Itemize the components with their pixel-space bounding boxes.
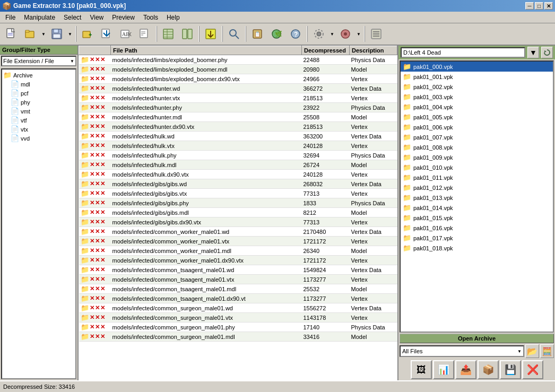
menu-manipulate[interactable]: Manipulate <box>20 13 59 22</box>
table-row[interactable]: 📁 ✕ ✕ ✕ models/infected/common_surgeon_m… <box>79 323 397 332</box>
table-row[interactable]: 📁 ✕ ✕ ✕ models/infected/hulk.phy32694Phy… <box>79 151 397 160</box>
vpk-list-item[interactable]: 📁pak01_015.vpk <box>401 213 553 223</box>
vpk-list-item[interactable]: 📁pak01_002.vpk <box>401 82 553 92</box>
vpk-list[interactable]: 📁pak01_000.vpk📁pak01_001.vpk📁pak01_002.v… <box>400 60 554 333</box>
table-row[interactable]: 📁 ✕ ✕ ✕ models/infected/common_worker_ma… <box>79 246 397 256</box>
table-row[interactable]: 📁 ✕ ✕ ✕ models/infected/gibs/gibs.vtx773… <box>79 189 397 198</box>
col-description[interactable]: Description <box>350 46 397 55</box>
open-archive-button[interactable]: Open Archive <box>400 334 554 343</box>
help-btn[interactable]: ? <box>287 25 305 43</box>
gear-button[interactable] <box>310 25 328 43</box>
rename-button[interactable]: ABC <box>117 25 135 43</box>
vpk-list-item[interactable]: 📁pak01_004.vpk <box>401 102 553 112</box>
vpk-list-item[interactable]: 📁pak01_013.vpk <box>401 193 553 203</box>
tree-item-pcf[interactable]: 📄 pcf <box>11 89 74 98</box>
file-filter-open-btn[interactable]: 📂 <box>525 344 539 358</box>
table-row[interactable]: 📁 ✕ ✕ ✕ models/infected/hunter.vtx218513… <box>79 93 397 103</box>
save-button[interactable] <box>48 25 66 43</box>
menu-view[interactable]: View <box>85 13 108 22</box>
table-row[interactable]: 📁 ✕ ✕ ✕ models/infected/gibs/gibs.dx90.v… <box>79 217 397 227</box>
vpk-list-item[interactable]: 📁pak01_001.vpk <box>401 72 553 82</box>
col-filepath[interactable]: File Path <box>111 46 302 55</box>
table-row[interactable]: 📁 ✕ ✕ ✕ models/infected/hunter.mdl25508M… <box>79 112 397 122</box>
col-icons[interactable] <box>79 46 111 55</box>
table-row[interactable]: 📁 ✕ ✕ ✕ models/infected/common_tsaagent_… <box>79 294 397 303</box>
file-props-button[interactable]: 🌿 <box>267 25 285 43</box>
bottom-save-btn[interactable]: 💾 <box>500 360 521 379</box>
tree-item-vvd[interactable]: 📄 vvd <box>11 134 74 143</box>
table-row[interactable]: 📁 ✕ ✕ ✕ models/infected/common_surgeon_m… <box>79 313 397 323</box>
bottom-preview-btn[interactable]: 🖼 <box>411 360 432 379</box>
search-button[interactable] <box>225 25 243 43</box>
split-view-button[interactable] <box>178 25 196 43</box>
vpk-list-item[interactable]: 📁pak01_005.vpk <box>401 112 553 122</box>
table-row[interactable]: 📁 ✕ ✕ ✕ models/infected/common_tsaagent_… <box>79 265 397 275</box>
close-window-button[interactable]: ✕ <box>544 2 553 10</box>
table-row[interactable]: 📁 ✕ ✕ ✕ models/infected/hunter.dx90.vtx2… <box>79 122 397 132</box>
vpk-list-item[interactable]: 📁pak01_014.vpk <box>401 203 553 213</box>
table-row[interactable]: 📁 ✕ ✕ ✕ models/infected/limbs/exploded_b… <box>79 65 397 74</box>
file-filter-dropdown[interactable]: All Files ▼ <box>400 345 524 357</box>
file-filter-calc-btn[interactable]: 🧮 <box>540 344 554 358</box>
add-files-button[interactable]: + <box>79 25 97 43</box>
bottom-extract-all-btn[interactable]: 📦 <box>478 360 499 379</box>
bottom-extract-sel-btn[interactable]: 📤 <box>455 360 476 379</box>
table-row[interactable]: 📁 ✕ ✕ ✕ models/infected/common_tsaagent_… <box>79 284 397 294</box>
table-row[interactable]: 📁 ✕ ✕ ✕ models/infected/gibs/gibs.wd2680… <box>79 179 397 189</box>
vpk-list-item[interactable]: 📁pak01_008.vpk <box>401 142 553 152</box>
table-row[interactable]: 📁 ✕ ✕ ✕ models/infected/hunter.phy23922P… <box>79 103 397 112</box>
archive-props-button[interactable]: 📋 <box>248 25 266 43</box>
table-row[interactable]: 📁 ✕ ✕ ✕ models/infected/common_tsaagent_… <box>79 275 397 284</box>
plugins-dropdown[interactable]: ▼ <box>355 25 362 43</box>
restore-button[interactable]: □ <box>535 2 543 10</box>
minimize-button[interactable]: ─ <box>525 2 534 10</box>
tree-item-vtf[interactable]: 📄 vtf <box>11 116 74 125</box>
vpk-list-item[interactable]: 📁pak01_010.vpk <box>401 162 553 172</box>
table-row[interactable]: 📁 ✕ ✕ ✕ models/infected/gibs/gibs.phy183… <box>79 198 397 208</box>
table-row[interactable]: 📁 ✕ ✕ ✕ models/infected/hulk.dx90.vtx240… <box>79 170 397 179</box>
table-row[interactable]: 📁 ✕ ✕ ✕ models/infected/limbs/exploded_b… <box>79 74 397 84</box>
table-row[interactable]: 📁 ✕ ✕ ✕ models/infected/common_worker_ma… <box>79 256 397 265</box>
new-button[interactable] <box>2 25 20 43</box>
table-row[interactable]: 📁 ✕ ✕ ✕ models/infected/hulk.wd363200Ver… <box>79 132 397 141</box>
vpk-list-item[interactable]: 📁pak01_012.vpk <box>401 182 553 193</box>
menu-help[interactable]: Help <box>162 13 184 22</box>
plugins-button[interactable] <box>336 25 354 43</box>
tree-item-phy[interactable]: 📄 phy <box>11 98 74 107</box>
table-row[interactable]: 📁 ✕ ✕ ✕ models/infected/common_surgeon_m… <box>79 303 397 313</box>
open-button[interactable] <box>21 25 39 43</box>
table-row[interactable]: 📁 ✕ ✕ ✕ models/infected/gibs/gibs.mdl821… <box>79 208 397 217</box>
save-dropdown[interactable]: ▼ <box>67 25 73 43</box>
col-decompressed[interactable]: Decompressed <box>302 46 350 55</box>
dir-refresh-btn[interactable] <box>541 47 553 58</box>
vpk-list-item[interactable]: 📁pak01_011.vpk <box>401 172 553 182</box>
vpk-list-item[interactable]: 📁pak01_000.vpk <box>401 62 553 72</box>
vpk-list-item[interactable]: 📁pak01_017.vpk <box>401 233 553 243</box>
vpk-list-item[interactable]: 📁pak01_016.vpk <box>401 223 553 233</box>
vpk-list-item[interactable]: 📁pak01_003.vpk <box>401 92 553 102</box>
tree-area[interactable]: 📁 Archive 📄 mdl 📄 pcf 📄 phy 📄 <box>1 68 76 379</box>
table-row[interactable]: 📁 ✕ ✕ ✕ models/infected/common_surgeon_m… <box>79 332 397 342</box>
filter-dropdown[interactable]: File Extension / File ▼ <box>1 56 76 66</box>
options-button[interactable] <box>367 25 385 43</box>
tree-item-mdl[interactable]: 📄 mdl <box>11 80 74 89</box>
menu-select[interactable]: Select <box>59 13 85 22</box>
menu-file[interactable]: File <box>1 13 20 22</box>
gear-dropdown[interactable]: ▼ <box>329 25 335 43</box>
dir-dropdown-btn[interactable]: ▼ <box>527 47 539 58</box>
search-more-button[interactable] <box>136 25 154 43</box>
table-row[interactable]: 📁 ✕ ✕ ✕ models/infected/hunter.wd366272V… <box>79 84 397 93</box>
vpk-list-item[interactable]: 📁pak01_018.vpk <box>401 243 553 253</box>
table-row[interactable]: 📁 ✕ ✕ ✕ models/infected/common_worker_ma… <box>79 227 397 237</box>
vpk-list-item[interactable]: 📁pak01_007.vpk <box>401 132 553 142</box>
extract-sel2-button[interactable] <box>202 25 220 43</box>
bottom-hex-btn[interactable]: 📊 <box>433 360 454 379</box>
table-view-button[interactable] <box>159 25 177 43</box>
menu-preview[interactable]: Preview <box>108 13 139 22</box>
open-dropdown[interactable]: ▼ <box>40 25 47 43</box>
tree-item-vmt[interactable]: 📄 vmt <box>11 107 74 116</box>
vpk-list-item[interactable]: 📁pak01_006.vpk <box>401 122 553 132</box>
menu-tools[interactable]: Tools <box>139 13 162 22</box>
file-table[interactable]: File Path Decompressed Description 📁 ✕ ✕… <box>79 46 397 380</box>
vpk-list-item[interactable]: 📁pak01_009.vpk <box>401 152 553 162</box>
